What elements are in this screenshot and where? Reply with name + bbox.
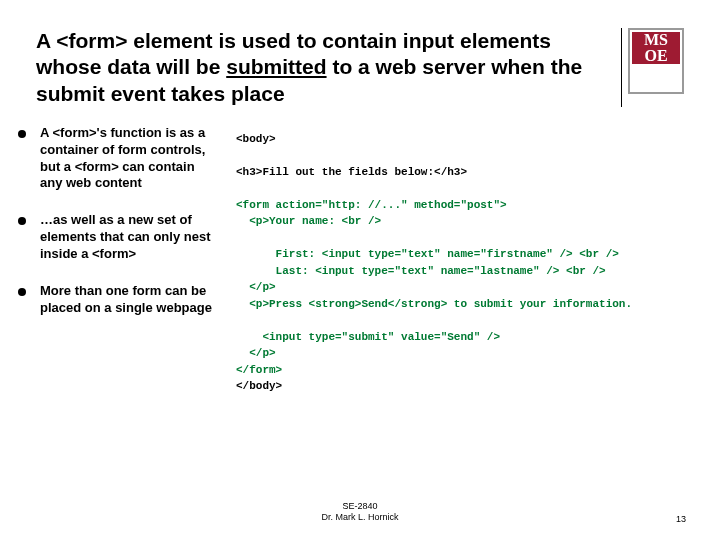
body-row: A <form>'s function is as a container of… [36,125,684,395]
logo-top: MS OE [632,32,680,64]
bullet-text: More than one form can be placed on a si… [40,283,220,317]
page-number: 13 [676,514,686,524]
logo-line1: MS [644,32,668,48]
code-line-form: </p> [236,347,276,359]
code-line-form: First: <input type="text" name="firstnam… [236,248,619,260]
code-line-form: <form action="http: //..." method="post"… [236,199,507,211]
footer-author: Dr. Mark L. Hornick [0,512,720,524]
code-sample: <body> <h3>Fill out the fields below:</h… [236,125,684,395]
bullet-item: More than one form can be placed on a si… [36,283,220,317]
title-bold: submit [36,82,105,105]
title-underlined: submitted [226,55,326,78]
bullet-item: A <form>'s function is as a container of… [36,125,220,193]
code-line-form: </p> [236,281,276,293]
bullet-text: …as well as a new set of elements that c… [40,212,220,263]
header-row: A <form> element is used to contain inpu… [36,28,684,107]
logo-line2: OE [644,48,667,64]
code-line: </body> [236,380,282,392]
slide: A <form> element is used to contain inpu… [0,0,720,395]
footer: SE-2840 Dr. Mark L. Hornick [0,501,720,524]
bullet-icon [18,130,26,138]
code-line: <body> [236,133,276,145]
msoe-logo: MS OE [628,28,684,94]
code-line-form: <input type="submit" value="Send" /> [236,331,500,343]
slide-title: A <form> element is used to contain inpu… [36,28,621,107]
footer-course: SE-2840 [0,501,720,513]
code-line: <h3>Fill out the fields below:</h3> [236,166,467,178]
header-divider [621,28,622,107]
bullet-text: A <form>'s function is as a container of… [40,125,220,193]
bullet-item: …as well as a new set of elements that c… [36,212,220,263]
code-line-form: <p>Press <strong>Send</strong> to submit… [236,298,632,310]
title-post: event takes place [105,82,285,105]
bullet-icon [18,288,26,296]
bullet-icon [18,217,26,225]
title-mid: to a web server when the [327,55,583,78]
code-line-form: Last: <input type="text" name="lastname"… [236,265,606,277]
code-line-form: <p>Your name: <br /> [236,215,381,227]
logo-bottom [632,64,680,90]
code-line-form: </form> [236,364,282,376]
bullet-list: A <form>'s function is as a container of… [36,125,236,395]
